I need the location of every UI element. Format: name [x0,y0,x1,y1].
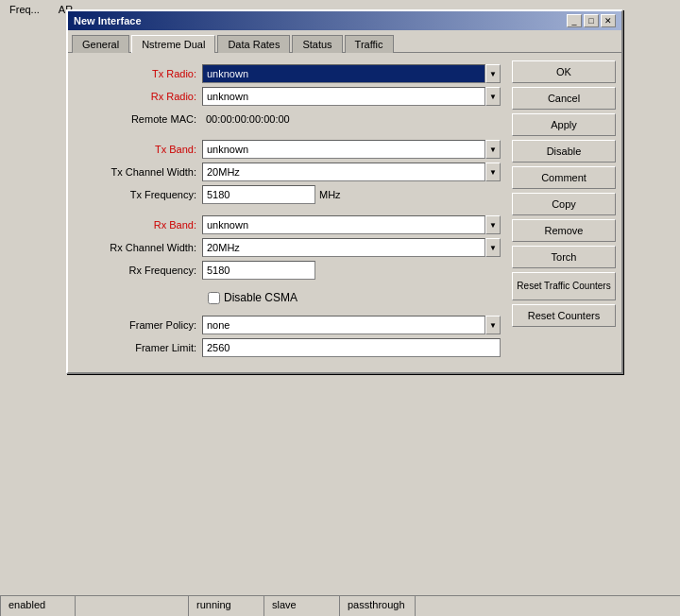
tx-frequency-input-row: MHz [202,185,341,204]
reset-counters-button[interactable]: Reset Counters [512,304,616,327]
close-button[interactable]: ✕ [601,14,616,27]
status-bar: enabled running slave passthrough [0,595,680,616]
content-area: Tx Radio: ▼ Rx Radio: ▼ Remote MAC: 00:0… [68,53,621,372]
tx-radio-select-wrapper: ▼ [202,64,501,83]
rx-channel-width-input[interactable] [202,238,485,257]
rx-radio-dropdown-btn[interactable]: ▼ [485,87,501,106]
tx-band-select-wrapper: ▼ [202,140,501,159]
rx-radio-label: Rx Radio: [79,91,202,102]
rx-frequency-input-row [202,261,315,280]
tx-channel-width-dropdown-btn[interactable]: ▼ [485,163,501,181]
tab-data-rates[interactable]: Data Rates [217,35,290,53]
status-running: running [189,596,264,616]
rx-band-label: Rx Band: [79,219,202,231]
tx-frequency-label: Tx Frequency: [79,189,202,200]
freq-menu[interactable]: Freq... [0,2,49,17]
rx-channel-width-dropdown-btn[interactable]: ▼ [485,238,501,257]
tab-traffic[interactable]: Traffic [345,35,394,53]
rx-frequency-row: Rx Frequency: [79,261,501,280]
remove-button[interactable]: Remove [512,219,616,242]
title-bar-buttons: _ □ ✕ [567,14,616,27]
window-title: New Interface [74,15,142,26]
rx-band-row: Rx Band: ▼ [79,215,501,234]
tx-channel-width-input[interactable] [202,163,485,181]
framer-limit-input[interactable] [202,338,501,357]
comment-button[interactable]: Comment [512,166,616,189]
disable-button[interactable]: Disable [512,140,616,163]
rx-radio-input[interactable] [202,87,485,106]
framer-limit-row: Framer Limit: [79,338,501,357]
reset-traffic-button[interactable]: Reset Traffic Counters [512,272,616,300]
tx-channel-width-label: Tx Channel Width: [79,166,202,178]
ok-button[interactable]: OK [512,60,616,83]
framer-policy-dropdown-btn[interactable]: ▼ [485,316,501,334]
rx-frequency-input[interactable] [202,261,315,280]
tx-radio-row: Tx Radio: ▼ [79,64,501,83]
tx-radio-label: Tx Radio: [79,68,202,79]
rx-channel-width-label: Rx Channel Width: [79,242,202,253]
framer-policy-row: Framer Policy: ▼ [79,316,501,334]
tx-channel-width-wrapper: ▼ [202,163,501,181]
form-panel: Tx Radio: ▼ Rx Radio: ▼ Remote MAC: 00:0… [74,59,506,367]
tab-general[interactable]: General [72,35,129,53]
remote-mac-row: Remote MAC: 00:00:00:00:00:00 [79,110,501,128]
copy-button[interactable]: Copy [512,193,616,215]
rx-band-select-wrapper: ▼ [202,215,501,234]
remote-mac-label: Remote MAC: [79,113,202,125]
apply-button[interactable]: Apply [512,113,616,136]
tx-band-label: Tx Band: [79,144,202,155]
tx-radio-input[interactable] [202,64,485,83]
tabs-row: General Nstreme Dual Data Rates Status T… [68,30,621,53]
cancel-button[interactable]: Cancel [512,87,616,110]
rx-band-input[interactable] [202,215,485,234]
buttons-panel: OK Cancel Apply Disable Comment Copy Rem… [512,59,616,367]
rx-frequency-label: Rx Frequency: [79,265,202,276]
status-enabled: enabled [0,596,76,616]
rx-radio-select-wrapper: ▼ [202,87,501,106]
tab-nstreme-dual[interactable]: Nstreme Dual [131,35,215,53]
tx-frequency-input[interactable] [202,185,315,204]
tx-frequency-row: Tx Frequency: MHz [79,185,501,204]
remote-mac-value: 00:00:00:00:00:00 [202,110,501,128]
tx-frequency-unit: MHz [319,189,341,200]
disable-csma-row: Disable CSMA [208,291,501,304]
status-empty [76,596,189,616]
framer-limit-label: Framer Limit: [79,342,202,353]
tx-radio-dropdown-btn[interactable]: ▼ [485,64,501,83]
tx-band-input[interactable] [202,140,485,159]
title-bar: New Interface _ □ ✕ [68,11,621,30]
disable-csma-label: Disable CSMA [224,291,298,304]
status-passthrough: passthrough [340,596,416,616]
tx-band-row: Tx Band: ▼ [79,140,501,159]
rx-channel-width-wrapper: ▼ [202,238,501,257]
new-interface-window: New Interface _ □ ✕ General Nstreme Dual… [66,9,623,374]
disable-csma-checkbox[interactable] [208,292,220,304]
tx-channel-width-row: Tx Channel Width: ▼ [79,163,501,181]
rx-radio-row: Rx Radio: ▼ [79,87,501,106]
maximize-button[interactable]: □ [584,14,599,27]
torch-button[interactable]: Torch [512,246,616,268]
minimize-button[interactable]: _ [567,14,582,27]
framer-policy-wrapper: ▼ [202,316,501,334]
rx-band-dropdown-btn[interactable]: ▼ [485,215,501,234]
framer-policy-label: Framer Policy: [79,319,202,331]
status-slave: slave [264,596,340,616]
tx-band-dropdown-btn[interactable]: ▼ [485,140,501,159]
framer-policy-input[interactable] [202,316,485,334]
tab-status[interactable]: Status [292,35,342,53]
rx-channel-width-row: Rx Channel Width: ▼ [79,238,501,257]
